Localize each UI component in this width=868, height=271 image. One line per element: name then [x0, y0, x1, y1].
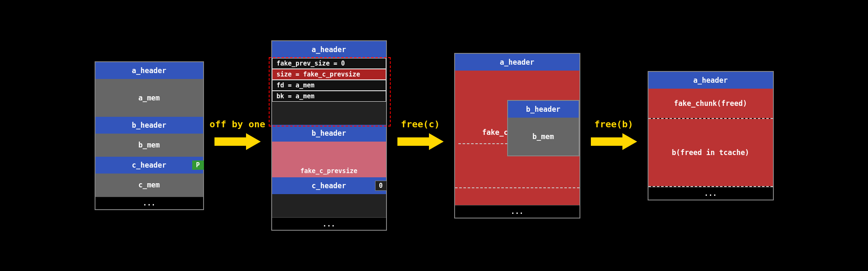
- ellipsis-2: ...: [272, 217, 386, 230]
- ellipsis-3: ...: [455, 205, 580, 218]
- fake-size-row: size = fake_c_prevsize: [272, 69, 386, 80]
- bk-row: bk = a_mem: [272, 91, 386, 102]
- arrow-2: free(c): [387, 119, 454, 152]
- arrow-3-label: free(b): [594, 119, 633, 129]
- svg-marker-1: [397, 133, 444, 150]
- ellipsis-1: ...: [95, 197, 203, 209]
- c-header-1: c_header P: [95, 157, 203, 174]
- b-mem-1: b_mem: [95, 134, 203, 157]
- diagram-2: a_header fake_prev_size = 0 size = fake_…: [271, 40, 387, 231]
- b-freed-tcache-4: b(freed in tcache): [648, 119, 773, 186]
- svg-marker-2: [591, 133, 637, 150]
- diagram-1: a_header a_mem b_header b_mem c_header P…: [95, 61, 204, 210]
- p-badge: P: [192, 160, 204, 170]
- a-header-2: a_header: [272, 41, 386, 58]
- zero-badge: 0: [375, 181, 387, 191]
- a-header-1: a_header: [95, 62, 203, 79]
- svg-marker-0: [214, 133, 261, 150]
- a-header-4: a_header: [648, 72, 773, 89]
- arrow-1: off by one: [204, 119, 271, 152]
- c-mem-1: c_mem: [95, 174, 203, 197]
- diagram-3: a_header fake_chunk(freed) b_header b_me…: [454, 53, 580, 218]
- ellipsis-4: ...: [648, 187, 773, 200]
- arrow-2-label: free(c): [401, 119, 440, 129]
- c-header-2: c_header 0: [272, 177, 386, 194]
- arrow-2-icon: [397, 131, 444, 152]
- b-mem-pink-2: [272, 142, 386, 165]
- b-header-3: b_header: [508, 101, 579, 118]
- empty-a-mem-2: [272, 102, 386, 125]
- b-sub-chunk-3: b_header b_mem: [507, 100, 580, 156]
- fake-c-prevsize-row: fake_c_prevsize: [272, 165, 386, 177]
- arrow-3: free(b): [580, 119, 648, 152]
- fake-chunk-freed-region-3: fake_chunk(freed) b_header b_mem: [455, 71, 580, 205]
- a-mem-1: a_mem: [95, 79, 203, 117]
- c-mem-2: [272, 194, 386, 217]
- arrow-1-label: off by one: [209, 119, 265, 129]
- fake-prev-size-row: fake_prev_size = 0: [272, 58, 386, 69]
- b-header-1: b_header: [95, 117, 203, 134]
- diagram-2-wrapper: a_header fake_prev_size = 0 size = fake_…: [271, 40, 387, 231]
- b-mem-3: b_mem: [508, 118, 579, 155]
- a-header-3: a_header: [455, 54, 580, 71]
- diagram-4: a_header fake_chunk(freed) b(freed in tc…: [648, 71, 774, 200]
- b-header-2: b_header: [272, 125, 386, 142]
- fake-chunk-freed-4: fake_chunk(freed): [648, 89, 773, 118]
- arrow-1-icon: [214, 131, 261, 152]
- fd-row: fd = a_mem: [272, 80, 386, 91]
- dashed-line-bottom-3: [455, 187, 580, 188]
- diagram-3-outer: a_header fake_chunk(freed) b_header b_me…: [454, 53, 580, 218]
- main-container: a_header a_mem b_header b_mem c_header P…: [0, 0, 868, 271]
- arrow-3-icon: [591, 131, 637, 152]
